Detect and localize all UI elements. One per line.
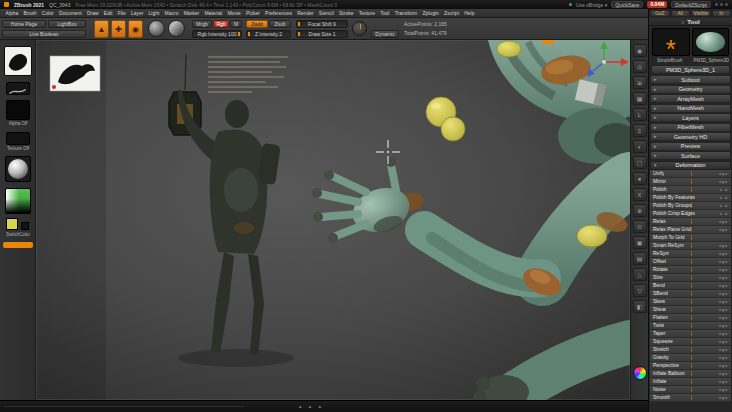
palette-section[interactable]: ▸ NanoMesh <box>650 104 731 113</box>
local-symmetry-icon[interactable]: L <box>633 108 647 121</box>
deformation-slider[interactable]: Squeeze xyz <box>650 338 731 346</box>
home-page-button[interactable]: Home Page <box>2 20 46 28</box>
render-mode-icon[interactable]: ◎ <box>633 60 647 73</box>
menu-item[interactable]: Zplugin <box>420 10 442 16</box>
deformation-slider[interactable]: Polish By Features x z <box>650 194 731 202</box>
zoom-out-icon[interactable]: ▽ <box>633 284 647 297</box>
focal-shift-slider[interactable]: Focal Shift 9 <box>296 20 348 28</box>
simple-brush-thumbnail[interactable]: * <box>652 28 690 56</box>
axis-toggles[interactable]: xyz <box>719 315 728 320</box>
deformation-slider[interactable]: Polish By Groups x z <box>650 202 731 210</box>
menu-item[interactable]: Tool <box>378 10 392 16</box>
bridge-dropdown[interactable]: Use oBridge ▾ <box>576 2 607 8</box>
menu-item[interactable]: Draw <box>84 10 101 16</box>
deformation-slider[interactable]: Morph To Grid <box>650 234 731 242</box>
deformation-slider[interactable]: Smart ReSym xyz <box>650 242 731 250</box>
zsub-button[interactable]: Zsub <box>269 20 291 28</box>
deformation-slider[interactable]: Stretch xyz <box>650 346 731 354</box>
axis-toggles[interactable]: xyz <box>719 243 728 248</box>
deformation-slider[interactable]: Twist xyz <box>650 322 731 330</box>
deformation-slider[interactable]: Gravity xyz <box>650 354 731 362</box>
goz-all-button[interactable]: All <box>671 10 691 17</box>
dynamic-button[interactable]: Dynamic <box>371 30 399 38</box>
deformation-slider[interactable]: Smooth xyz <box>650 394 731 402</box>
frame-icon[interactable]: ◧ <box>633 300 647 313</box>
axis-toggles[interactable]: xyz <box>719 379 728 384</box>
deformation-slider[interactable]: Inflate Balloon xyz <box>650 370 731 378</box>
palette-section[interactable]: ▸ ArrayMesh <box>650 94 731 103</box>
color-wheel-icon[interactable] <box>633 366 647 380</box>
palette-section[interactable]: ▸ Layers <box>650 113 731 122</box>
deformation-section-header[interactable]: ▾ Deformation <box>650 161 731 170</box>
deformation-slider[interactable]: Bend xyz <box>650 282 731 290</box>
color-picker[interactable] <box>5 188 31 214</box>
dynamesh-icon[interactable]: ✚ <box>111 20 126 38</box>
axis-toggles[interactable]: xyz <box>719 299 728 304</box>
secondary-color-swatch[interactable] <box>21 222 29 230</box>
xpose-icon[interactable]: X <box>633 188 647 201</box>
palette-section[interactable]: ▸ Subtool <box>650 75 731 84</box>
bpr-render-icon[interactable]: ◉ <box>633 44 647 57</box>
main-color-swatch[interactable] <box>6 218 18 230</box>
menu-item[interactable]: Zscript <box>441 10 461 16</box>
brush-preview-icon[interactable] <box>148 20 165 37</box>
deformation-slider[interactable]: Perspective xyz <box>650 362 731 370</box>
gradient-preview-icon[interactable] <box>168 20 185 37</box>
axis-toggles[interactable]: xyz <box>719 283 728 288</box>
palette-header[interactable]: ≡ Tool <box>649 18 732 26</box>
axis-toggles[interactable]: xyz <box>719 395 728 400</box>
aa-half-icon[interactable]: ▤ <box>633 252 647 265</box>
menu-item[interactable]: Marker <box>181 10 202 16</box>
menu-item[interactable]: Material <box>202 10 225 16</box>
deformation-slider[interactable]: Mirror xyz <box>650 178 731 186</box>
current-brush-thumbnail[interactable] <box>4 46 32 76</box>
deformation-slider[interactable]: Polish x z <box>650 186 731 194</box>
m-button[interactable]: M <box>230 20 242 28</box>
activate-symmetry-icon[interactable]: ≡ <box>633 124 647 137</box>
rgb-intensity-slider[interactable]: Rgb Intensity 100 <box>192 30 242 38</box>
z-intensity-slider[interactable]: Z Intensity 2 <box>246 30 291 38</box>
deformation-slider[interactable]: Rotate xyz <box>650 266 731 274</box>
axis-toggles[interactable]: xyz <box>719 251 728 256</box>
palette-section[interactable]: ▸ FiberMesh <box>650 123 731 132</box>
deformation-slider[interactable]: ReSym xyz <box>650 250 731 258</box>
transparency-icon[interactable]: ◐ <box>633 140 647 153</box>
deformation-slider[interactable]: Offset xyz <box>650 258 731 266</box>
current-tool-name[interactable]: PM3D_Sphere3D_1 <box>651 65 730 74</box>
axis-toggles[interactable]: xyz <box>719 291 728 296</box>
axis-toggles[interactable]: xyz <box>719 219 728 224</box>
goz-in-button[interactable]: In <box>712 10 732 17</box>
axis-toggles[interactable]: x z <box>720 187 728 192</box>
menu-item[interactable]: Edit <box>101 10 115 16</box>
menu-item[interactable]: Texture <box>356 10 378 16</box>
axis-toggles[interactable]: xyz <box>719 347 728 352</box>
draw-size-dial[interactable] <box>352 21 367 36</box>
palette-section[interactable]: ▸ Surface <box>650 151 731 160</box>
zoom-3d-icon[interactable]: ⊙ <box>633 220 647 233</box>
draw-size-slider[interactable]: Draw Size 1 <box>296 30 348 38</box>
menu-item[interactable]: Preferences <box>262 10 294 16</box>
notification-badge[interactable] <box>3 242 33 248</box>
deformation-slider[interactable]: Noise xyz <box>650 386 731 394</box>
menu-item[interactable]: Stroke <box>336 10 356 16</box>
axis-toggles[interactable]: xyz <box>719 363 728 368</box>
zadd-button[interactable]: Zadd <box>246 20 268 28</box>
axis-toggles[interactable]: xyz <box>719 387 728 392</box>
zoom-in-icon[interactable]: △ <box>633 268 647 281</box>
axis-toggles[interactable]: xyz <box>719 323 728 328</box>
timeline-markers[interactable]: ▲ ▲ ▲ <box>298 404 324 409</box>
material-thumbnail[interactable] <box>5 156 31 182</box>
scroll-doc-icon[interactable]: ⊕ <box>633 204 647 217</box>
default-zscript-button[interactable]: DefaultZScript <box>671 1 711 8</box>
palette-section[interactable]: ▸ Preview <box>650 142 731 151</box>
menu-item[interactable]: File <box>115 10 128 16</box>
timeline-marker[interactable] <box>542 40 554 44</box>
palette-section[interactable]: ▸ Geometry HD <box>650 132 731 141</box>
menu-item[interactable]: Picker <box>243 10 262 16</box>
deformation-slider[interactable]: SBend xyz <box>650 290 731 298</box>
alpha-thumbnail[interactable] <box>6 100 30 120</box>
menu-item[interactable]: Alpha <box>3 10 21 16</box>
axis-toggles[interactable]: xyz <box>719 171 728 176</box>
goz-button[interactable]: GoZ <box>650 10 670 17</box>
sphere-tool-thumbnail[interactable] <box>692 28 730 56</box>
